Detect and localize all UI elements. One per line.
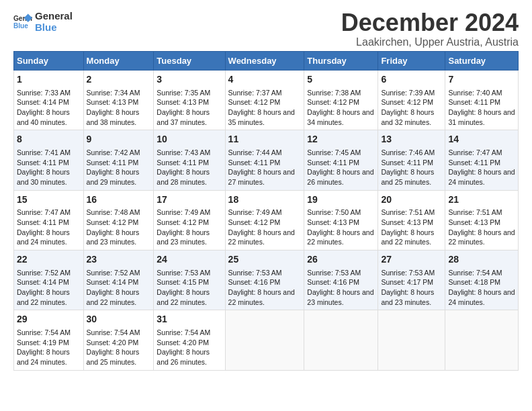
sunrise-text: Sunrise: 7:53 AM: [307, 268, 375, 278]
daylight-text: Daylight: 8 hours and 24 minutes.: [17, 228, 81, 247]
day-cell: 26Sunrise: 7:53 AMSunset: 4:16 PMDayligh…: [304, 250, 378, 310]
day-number: 17: [157, 193, 222, 207]
day-number: 18: [228, 193, 302, 207]
day-cell: 19Sunrise: 7:50 AMSunset: 4:13 PMDayligh…: [304, 190, 378, 250]
day-cell: 9Sunrise: 7:42 AMSunset: 4:11 PMDaylight…: [83, 130, 154, 190]
day-cell: [378, 310, 445, 370]
daylight-text: Daylight: 8 hours and 22 minutes.: [228, 228, 302, 247]
sunset-text: Sunset: 4:16 PM: [228, 277, 302, 287]
day-number: 21: [448, 193, 515, 207]
day-cell: [304, 310, 378, 370]
sunrise-text: Sunrise: 7:54 AM: [17, 328, 81, 338]
sunrise-text: Sunrise: 7:52 AM: [17, 268, 81, 278]
sunset-text: Sunset: 4:19 PM: [17, 338, 81, 348]
sunset-text: Sunset: 4:18 PM: [448, 277, 515, 287]
week-row-2: 8Sunrise: 7:41 AMSunset: 4:11 PMDaylight…: [14, 130, 519, 190]
sunrise-text: Sunrise: 7:39 AM: [381, 88, 442, 98]
sunrise-text: Sunrise: 7:44 AM: [228, 148, 302, 158]
header-cell-friday: Friday: [378, 52, 445, 71]
daylight-text: Daylight: 8 hours and 30 minutes.: [17, 167, 81, 187]
daylight-text: Daylight: 8 hours and 22 minutes.: [307, 228, 375, 247]
daylight-text: Daylight: 8 hours and 24 minutes.: [448, 167, 515, 187]
day-number: 9: [87, 133, 151, 146]
sunrise-text: Sunrise: 7:54 AM: [157, 328, 222, 338]
daylight-text: Daylight: 8 hours and 22 minutes.: [228, 287, 302, 307]
day-number: 24: [157, 253, 222, 267]
sunset-text: Sunset: 4:11 PM: [307, 158, 375, 168]
day-cell: 24Sunrise: 7:53 AMSunset: 4:15 PMDayligh…: [154, 250, 225, 310]
sunset-text: Sunset: 4:11 PM: [87, 158, 151, 168]
day-number: 20: [381, 193, 442, 207]
day-cell: 23Sunrise: 7:52 AMSunset: 4:14 PMDayligh…: [83, 250, 154, 310]
sunrise-text: Sunrise: 7:49 AM: [228, 208, 302, 218]
daylight-text: Daylight: 8 hours and 25 minutes.: [381, 167, 442, 187]
sunrise-text: Sunrise: 7:35 AM: [157, 88, 222, 98]
sunset-text: Sunset: 4:11 PM: [381, 158, 442, 168]
day-cell: 2Sunrise: 7:34 AMSunset: 4:13 PMDaylight…: [83, 71, 154, 130]
sunrise-text: Sunrise: 7:47 AM: [17, 208, 81, 218]
daylight-text: Daylight: 8 hours and 23 minutes.: [157, 228, 222, 247]
logo-text-general: General: [35, 11, 73, 22]
day-cell: 22Sunrise: 7:52 AMSunset: 4:14 PMDayligh…: [14, 250, 84, 310]
header-cell-thursday: Thursday: [304, 52, 378, 71]
sunrise-text: Sunrise: 7:46 AM: [381, 148, 442, 158]
sunrise-text: Sunrise: 7:34 AM: [87, 88, 151, 98]
day-cell: 14Sunrise: 7:47 AMSunset: 4:11 PMDayligh…: [445, 130, 519, 190]
day-number: 3: [157, 73, 222, 87]
day-cell: 20Sunrise: 7:51 AMSunset: 4:13 PMDayligh…: [378, 190, 445, 250]
day-number: 1: [17, 73, 81, 87]
day-cell: 12Sunrise: 7:45 AMSunset: 4:11 PMDayligh…: [304, 130, 378, 190]
daylight-text: Daylight: 8 hours and 26 minutes.: [157, 347, 222, 367]
sunset-text: Sunset: 4:16 PM: [307, 277, 375, 287]
sunset-text: Sunset: 4:12 PM: [157, 218, 222, 228]
daylight-text: Daylight: 8 hours and 32 minutes.: [381, 107, 442, 127]
day-cell: 25Sunrise: 7:53 AMSunset: 4:16 PMDayligh…: [225, 250, 304, 310]
sunrise-text: Sunrise: 7:53 AM: [228, 268, 302, 278]
day-cell: 3Sunrise: 7:35 AMSunset: 4:13 PMDaylight…: [154, 71, 225, 130]
sunrise-text: Sunrise: 7:40 AM: [448, 88, 515, 98]
subtitle: Laakirchen, Upper Austria, Austria: [341, 36, 519, 48]
daylight-text: Daylight: 8 hours and 24 minutes.: [448, 287, 515, 307]
sunset-text: Sunset: 4:11 PM: [228, 158, 302, 168]
day-cell: 28Sunrise: 7:54 AMSunset: 4:18 PMDayligh…: [445, 250, 519, 310]
daylight-text: Daylight: 8 hours and 27 minutes.: [228, 167, 302, 187]
sunset-text: Sunset: 4:11 PM: [157, 158, 222, 168]
header-cell-tuesday: Tuesday: [154, 52, 225, 71]
sunrise-text: Sunrise: 7:53 AM: [157, 268, 222, 278]
svg-text:Blue: Blue: [13, 22, 28, 30]
day-number: 12: [307, 133, 375, 146]
sunset-text: Sunset: 4:17 PM: [381, 277, 442, 287]
daylight-text: Daylight: 8 hours and 31 minutes.: [448, 107, 515, 127]
week-row-5: 29Sunrise: 7:54 AMSunset: 4:19 PMDayligh…: [14, 310, 519, 370]
day-number: 4: [228, 73, 302, 87]
day-cell: 31Sunrise: 7:54 AMSunset: 4:20 PMDayligh…: [154, 310, 225, 370]
sunrise-text: Sunrise: 7:49 AM: [157, 208, 222, 218]
sunrise-text: Sunrise: 7:45 AM: [307, 148, 375, 158]
sunrise-text: Sunrise: 7:33 AM: [17, 88, 81, 98]
day-cell: 10Sunrise: 7:43 AMSunset: 4:11 PMDayligh…: [154, 130, 225, 190]
day-number: 31: [157, 313, 222, 326]
day-number: 14: [448, 133, 515, 146]
sunset-text: Sunset: 4:11 PM: [17, 158, 81, 168]
sunset-text: Sunset: 4:15 PM: [157, 277, 222, 287]
day-number: 16: [87, 193, 151, 207]
day-number: 7: [448, 73, 515, 87]
sunset-text: Sunset: 4:11 PM: [448, 158, 515, 168]
sunset-text: Sunset: 4:12 PM: [228, 218, 302, 228]
sunrise-text: Sunrise: 7:54 AM: [87, 328, 151, 338]
day-cell: 4Sunrise: 7:37 AMSunset: 4:12 PMDaylight…: [225, 71, 304, 130]
header-cell-wednesday: Wednesday: [225, 52, 304, 71]
sunset-text: Sunset: 4:14 PM: [87, 277, 151, 287]
day-cell: 5Sunrise: 7:38 AMSunset: 4:12 PMDaylight…: [304, 71, 378, 130]
sunset-text: Sunset: 4:12 PM: [381, 97, 442, 107]
day-number: 29: [17, 313, 81, 326]
daylight-text: Daylight: 8 hours and 22 minutes.: [17, 287, 81, 307]
day-cell: [225, 310, 304, 370]
day-cell: 11Sunrise: 7:44 AMSunset: 4:11 PMDayligh…: [225, 130, 304, 190]
sunset-text: Sunset: 4:14 PM: [17, 97, 81, 107]
day-number: 10: [157, 133, 222, 146]
header-cell-saturday: Saturday: [445, 52, 519, 71]
day-number: 19: [307, 193, 375, 207]
header: General Blue General Blue December 2024 …: [13, 11, 519, 48]
daylight-text: Daylight: 8 hours and 22 minutes.: [448, 228, 515, 247]
